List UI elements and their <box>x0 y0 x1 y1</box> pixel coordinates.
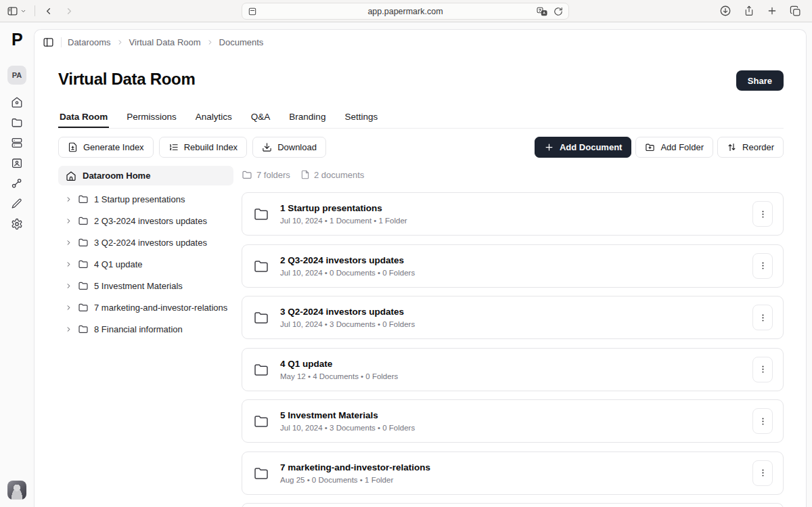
folder-card[interactable]: 5 Investment Materials Jul 10, 2024 • 3 … <box>242 399 784 443</box>
folder-plus-icon <box>645 142 655 152</box>
add-document-button[interactable]: Add Document <box>535 137 631 158</box>
folder-icon <box>78 259 89 269</box>
card-menu-button[interactable] <box>752 305 773 330</box>
tree-item[interactable]: 7 marketing-and-investor-relations <box>58 296 233 318</box>
breadcrumb-divider <box>61 37 62 47</box>
settings-gear-icon[interactable] <box>11 218 23 230</box>
folder-icon <box>78 194 89 204</box>
folder-card[interactable]: 1 Startup presentations Jul 10, 2024 • 1… <box>242 192 784 236</box>
datarooms-icon[interactable] <box>11 137 23 149</box>
toolbar: Generate Index Rebuild Index Download <box>58 137 784 158</box>
branding-pen-icon[interactable] <box>11 198 23 210</box>
breadcrumb-item[interactable]: Datarooms <box>68 37 111 47</box>
document-list: 7 folders 2 documents 1 Startup pres <box>242 169 784 507</box>
tree-item[interactable]: 5 Investment Materials <box>58 275 233 296</box>
links-icon[interactable] <box>11 177 23 190</box>
home-icon[interactable] <box>11 96 23 108</box>
rail-nav <box>11 96 23 230</box>
tab-bar: Data RoomPermissionsAnalyticsQ&ABranding… <box>58 106 784 129</box>
folder-card-meta: Jul 10, 2024 • 0 Documents • 0 Folders <box>280 269 415 277</box>
breadcrumb-item[interactable]: Virtual Data Room <box>116 37 201 47</box>
chevron-right-icon[interactable] <box>65 196 72 203</box>
folder-card-meta: Jul 10, 2024 • 3 Documents • 0 Folders <box>280 320 415 328</box>
kebab-icon <box>758 209 768 219</box>
folder-icon <box>78 280 89 291</box>
card-menu-button[interactable] <box>752 253 773 279</box>
tree-item[interactable]: 1 Startup presentations <box>58 188 233 210</box>
workspace-badge[interactable]: PA <box>7 66 26 85</box>
folder-icon <box>252 206 270 222</box>
folder-icon <box>78 215 89 226</box>
panel-toggle-icon[interactable] <box>43 36 55 48</box>
back-icon[interactable] <box>43 6 53 16</box>
kebab-icon <box>758 364 768 374</box>
folder-card[interactable]: 2 Q3-2024 investors updates Jul 10, 2024… <box>242 244 784 288</box>
list-ordered-icon <box>168 142 179 152</box>
tab[interactable]: Branding <box>288 106 327 128</box>
chevron-right-icon[interactable] <box>65 239 72 246</box>
card-menu-button[interactable] <box>752 201 773 227</box>
url-bar[interactable]: app.papermark.com <box>242 3 569 20</box>
chevron-right-icon[interactable] <box>65 217 72 225</box>
tab[interactable]: Settings <box>343 106 379 128</box>
breadcrumb: Datarooms Virtual Data Room Documents <box>43 34 263 50</box>
add-folder-button[interactable]: Add Folder <box>635 137 713 158</box>
folder-card[interactable] <box>242 503 784 507</box>
card-menu-button[interactable] <box>752 460 773 486</box>
generate-index-button[interactable]: Generate Index <box>58 137 154 158</box>
chrome-divider <box>35 5 35 16</box>
url-text: app.papermark.com <box>242 7 568 16</box>
folder-card-meta: Jul 10, 2024 • 3 Documents • 0 Folders <box>280 424 415 432</box>
folder-card-meta: Jul 10, 2024 • 1 Document • 1 Folder <box>280 217 407 225</box>
download-button[interactable]: Download <box>252 137 326 158</box>
chevron-down-icon <box>20 8 26 14</box>
share-button[interactable]: Share <box>736 70 784 91</box>
browser-sidebar-toggle[interactable] <box>7 5 26 17</box>
folder-card-title: 5 Investment Materials <box>280 410 415 420</box>
tree-item[interactable]: 4 Q1 update <box>58 253 233 275</box>
folder-card[interactable]: 3 Q2-2024 investors updates Jul 10, 2024… <box>242 296 784 339</box>
tab[interactable]: Data Room <box>58 106 109 128</box>
chevron-right-icon[interactable] <box>65 326 72 333</box>
chevron-right-icon[interactable] <box>65 304 72 311</box>
tab-overview-icon[interactable] <box>790 5 801 17</box>
translate-icon[interactable] <box>537 7 547 16</box>
folder-icon <box>242 169 252 180</box>
folder-icon <box>78 302 89 313</box>
tab[interactable]: Permissions <box>125 106 178 128</box>
tree-item-dataroom-home[interactable]: Dataroom Home <box>58 166 233 185</box>
visitors-icon[interactable] <box>11 157 23 169</box>
papermark-logo[interactable]: P <box>12 30 22 49</box>
card-menu-button[interactable] <box>752 357 773 382</box>
sidebar-toggle-icon <box>7 5 18 17</box>
file-diff-icon <box>68 142 78 152</box>
folder-card[interactable]: 4 Q1 update May 12 • 4 Documents • 0 Fol… <box>242 348 784 391</box>
tree-item[interactable]: 2 Q3-2024 investors updates <box>58 210 233 232</box>
folder-card-meta: May 12 • 4 Documents • 0 Folders <box>280 372 398 380</box>
tab[interactable]: Analytics <box>194 106 233 128</box>
tree-item[interactable]: 8 Financial information <box>58 318 233 340</box>
share-icon[interactable] <box>744 5 754 17</box>
counts-header: 7 folders 2 documents <box>242 169 784 180</box>
folder-card-title: 3 Q2-2024 investors updates <box>280 307 415 317</box>
rebuild-index-button[interactable]: Rebuild Index <box>159 137 248 158</box>
folder-tree: Dataroom Home 1 Startup presentations <box>58 166 233 340</box>
tab[interactable]: Q&A <box>250 106 272 128</box>
reload-icon[interactable] <box>554 7 563 16</box>
card-menu-button[interactable] <box>752 408 773 434</box>
folder-card[interactable]: 7 marketing-and-investor-relations Aug 2… <box>242 451 784 495</box>
chevron-right-icon[interactable] <box>65 282 72 290</box>
chevron-right-icon <box>116 39 124 46</box>
documents-folder-icon[interactable] <box>11 116 23 129</box>
chevron-right-icon[interactable] <box>65 261 72 268</box>
kebab-icon <box>758 416 768 426</box>
new-tab-icon[interactable] <box>767 5 777 16</box>
user-avatar[interactable] <box>7 481 26 500</box>
breadcrumb-item[interactable]: Documents <box>206 37 264 47</box>
folder-card-title: 4 Q1 update <box>280 359 398 369</box>
tree-item[interactable]: 3 Q2-2024 investors updates <box>58 232 233 253</box>
kebab-icon <box>758 313 768 323</box>
reorder-button[interactable]: Reorder <box>717 137 784 158</box>
downloads-icon[interactable] <box>719 5 731 17</box>
folder-icon <box>252 413 270 429</box>
